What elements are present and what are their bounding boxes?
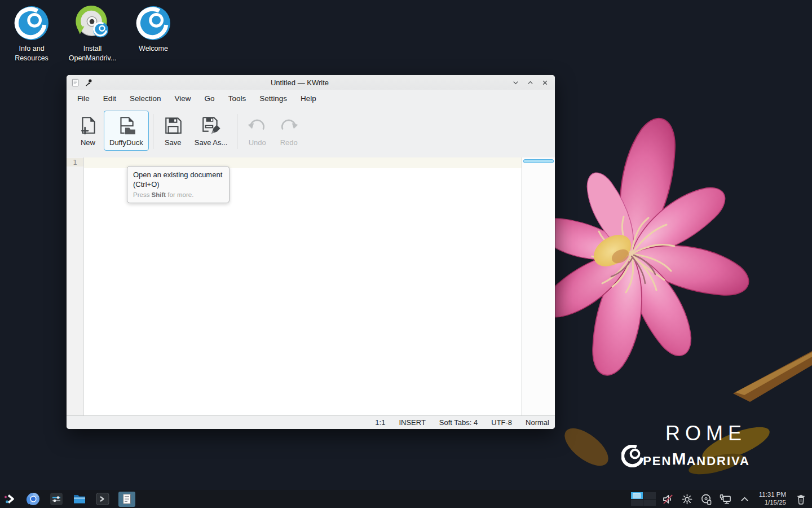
device-notifier-tray-button[interactable] [700,492,713,506]
terminal-button[interactable] [95,492,110,506]
encoding[interactable]: UTF-8 [491,418,512,427]
chevron-down-icon [512,79,519,86]
toolbar-button-label: Save As... [195,138,228,147]
window-title: Untitled — KWrite [93,78,506,87]
menu-file[interactable]: File [70,92,96,105]
kwrite-window: Untitled — KWrite File Edit Selection Vi… [67,75,555,429]
clock-time: 11:31 PM [759,491,786,499]
taskbar: 11:31 PM 1/15/25 [0,490,812,508]
desktop-icon-label: Install OpenMandriv... [64,44,121,63]
desktop-icon-welcome[interactable]: Welcome [123,3,184,63]
main-toolbar: New DuffyDuck Save [67,107,555,157]
maximize-button[interactable] [524,77,536,88]
document-open-icon [116,115,136,135]
app-launcher-button[interactable] [3,492,17,506]
wallpaper-brand: ROME PENMANDRIVA [575,423,750,467]
desktop-icon-install-openmandriva[interactable]: Install OpenMandriv... [62,3,123,63]
kwrite-app-icon [71,78,80,87]
virtual-desktop-pager[interactable] [631,492,656,506]
clock-widget[interactable]: 11:31 PM 1/15/25 [757,491,788,507]
tooltip-hint: Press Shift for more. [133,191,223,198]
pager-desktop-4[interactable] [643,500,656,506]
document-save-icon [163,115,183,135]
new-button[interactable]: New [72,111,104,151]
menu-edit[interactable]: Edit [96,92,123,105]
toolbar-button-label: New [81,138,95,147]
clock-date: 1/15/25 [759,499,786,507]
toolbar-button-label: Undo [249,138,266,147]
folder-icon [73,492,86,506]
minimize-button[interactable] [510,77,521,88]
desktop-icon-label: Info and Resources [3,44,60,63]
tab-mode[interactable]: Soft Tabs: 4 [439,418,478,427]
toolbar-button-label: Save [165,138,182,147]
highlight-mode[interactable]: Normal [526,418,549,427]
system-settings-button[interactable] [49,492,64,506]
tooltip-text: Open an existing document (Ctrl+O) [133,170,223,190]
undo-button[interactable]: Undo [241,111,273,151]
desktop-wallpaper: ROME PENMANDRIVA Info and Resources [0,0,812,508]
insert-mode[interactable]: INSERT [399,418,425,427]
undo-icon [247,115,267,135]
openmandriva-logo-icon [621,445,644,467]
toolbar-separator [153,114,153,149]
trash-button[interactable] [793,492,808,506]
title-bar[interactable]: Untitled — KWrite [67,75,555,90]
desktop-icon-info-resources[interactable]: Info and Resources [1,3,62,63]
menu-selection[interactable]: Selection [123,92,168,105]
sliders-icon [50,492,63,506]
line-number: 1 [67,158,83,167]
expand-tray-button[interactable] [738,492,752,506]
brand-rome-text: ROME [575,423,750,444]
menu-tools[interactable]: Tools [222,92,253,105]
pager-desktop-2[interactable] [643,492,656,499]
browser-button[interactable] [26,492,41,506]
menu-settings[interactable]: Settings [253,92,294,105]
line-number-gutter: 1 [67,157,84,415]
kwrite-doc-icon [121,493,133,505]
toolbar-button-label: DuffyDuck [109,138,143,147]
close-button[interactable] [539,77,550,88]
brightness-sun-icon [681,493,693,505]
network-tray-button[interactable] [719,492,732,506]
pin-icon[interactable] [85,78,93,87]
menu-bar: File Edit Selection View Go Tools Settin… [67,90,555,107]
document-save-as-icon [201,115,221,135]
menu-help[interactable]: Help [294,92,323,105]
brand-openmandriva-text: PENMANDRIVA [575,445,750,467]
document-new-icon [78,115,98,135]
taskbar-right: 11:31 PM 1/15/25 [631,491,809,507]
device-notifier-icon [700,493,712,505]
scrollbar-thumb[interactable] [523,159,554,163]
om-logo-icon [14,6,49,41]
save-as-button[interactable]: Save As... [189,111,233,151]
save-button[interactable]: Save [157,111,189,151]
chevron-up-icon [739,493,751,505]
toolbar-button-label: Redo [280,138,298,147]
konsole-icon [96,492,109,506]
pager-desktop-1[interactable] [631,492,643,499]
kwrite-task-button[interactable] [118,492,135,507]
chevron-up-icon [527,79,534,86]
close-icon [541,79,549,86]
redo-button[interactable]: Redo [273,111,304,151]
cursor-position[interactable]: 1:1 [375,418,385,427]
file-manager-button[interactable] [72,492,87,506]
brightness-tray-button[interactable] [681,492,694,506]
toolbar-separator [237,114,237,149]
open-tooltip: Open an existing document (Ctrl+O) Press… [127,166,230,203]
desktop-icon-grid: Info and Resources Install OpenMandriv..… [1,3,184,63]
desktop-icon-label: Welcome [139,44,168,54]
volume-muted-icon [662,493,674,505]
menu-go[interactable]: Go [198,92,222,105]
menu-view[interactable]: View [168,92,198,105]
scrollbar-track[interactable] [522,157,555,415]
volume-tray-button[interactable] [661,492,675,506]
pager-desktop-3[interactable] [631,500,643,506]
trash-icon [796,494,806,505]
network-wired-icon [720,493,731,505]
duffyduck-open-button[interactable]: DuffyDuck [104,111,149,151]
status-bar: 1:1 INSERT Soft Tabs: 4 UTF-8 Normal [67,415,555,429]
taskbar-left [3,492,135,507]
chromium-icon [27,492,40,506]
